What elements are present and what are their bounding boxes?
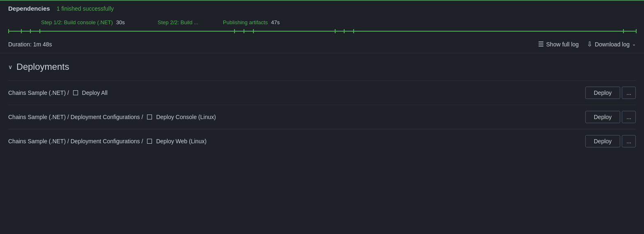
deploy-button-3[interactable]: Deploy <box>585 135 621 147</box>
deploy-button-1[interactable]: Deploy <box>585 87 621 99</box>
deployment-actions-3: Deploy ... <box>585 135 636 147</box>
step-1-time: 30s <box>116 19 125 25</box>
deployment-name-3: Deploy Web (Linux) <box>154 138 207 145</box>
deployment-row-3: Chains Sample (.NET) / Deployment Config… <box>8 129 636 153</box>
tick-5 <box>244 29 244 33</box>
more-button-3[interactable]: ... <box>622 135 636 147</box>
publishing-label: Publishing artifacts 47s <box>223 19 280 25</box>
deployment-label-3: Chains Sample (.NET) / Deployment Config… <box>8 138 207 145</box>
step-2-label: Step 2/2: Build ... <box>158 19 198 25</box>
deployment-actions-2: Deploy ... <box>585 111 636 123</box>
timeline-bar <box>8 27 636 35</box>
tick-4 <box>234 29 235 33</box>
download-chevron-icon: ⌄ <box>632 41 636 47</box>
download-icon: ⇩ <box>587 40 592 48</box>
download-log-label: Download log <box>595 41 630 48</box>
duration-text: Duration: 1m 48s <box>8 41 52 48</box>
timeline-line <box>8 31 636 32</box>
tick-1 <box>21 29 22 33</box>
tick-7 <box>335 29 336 33</box>
dependencies-title: Dependencies <box>8 5 50 12</box>
deployment-row-2: Chains Sample (.NET) / Deployment Config… <box>8 105 636 129</box>
deployment-path-1: Chains Sample (.NET) / <box>8 89 71 96</box>
more-button-1[interactable]: ... <box>622 87 636 99</box>
log-actions: ☰ Show full log ⇩ Download log ⌄ <box>538 40 636 48</box>
deployments-section: ∨ Deployments Chains Sample (.NET) / Dep… <box>0 53 644 153</box>
deployment-square-icon-2 <box>147 115 152 119</box>
duration-row: Duration: 1m 48s ☰ Show full log ⇩ Downl… <box>8 37 636 53</box>
tick-10 <box>623 29 624 33</box>
tick-8 <box>344 29 345 33</box>
deployment-square-icon-3 <box>147 139 152 144</box>
dependencies-section: Dependencies 1 finished successfully Ste… <box>0 1 644 53</box>
deployment-name-2: Deploy Console (Linux) <box>154 114 216 120</box>
deploy-button-2[interactable]: Deploy <box>585 111 621 123</box>
tick-11 <box>636 29 637 33</box>
deployments-header: ∨ Deployments <box>8 62 636 72</box>
step-2-name: Step 2/2: Build ... <box>158 19 198 25</box>
dependencies-header: Dependencies 1 finished successfully <box>8 5 636 12</box>
deployment-label-2: Chains Sample (.NET) / Deployment Config… <box>8 114 216 120</box>
more-button-2[interactable]: ... <box>622 111 636 123</box>
deployment-path-2: Chains Sample (.NET) / Deployment Config… <box>8 114 145 120</box>
tick-3 <box>39 29 40 33</box>
show-full-log-label: Show full log <box>546 41 579 48</box>
dependencies-status: 1 finished successfully <box>57 5 114 12</box>
deployment-label-1: Chains Sample (.NET) / Deploy All <box>8 89 108 96</box>
deployment-row-1: Chains Sample (.NET) / Deploy All Deploy… <box>8 80 636 105</box>
show-full-log-button[interactable]: ☰ Show full log <box>538 40 579 48</box>
deployment-name-1: Deploy All <box>80 89 108 96</box>
deployment-actions-1: Deploy ... <box>585 87 636 99</box>
deployment-square-icon-1 <box>73 90 78 95</box>
timeline-labels-area: Step 1/2: Build console (.NET) 30s Step … <box>8 19 636 25</box>
tick-6 <box>253 29 254 33</box>
publishing-time: 47s <box>271 19 280 25</box>
document-icon: ☰ <box>538 40 544 48</box>
download-log-button[interactable]: ⇩ Download log ⌄ <box>587 40 636 48</box>
step-1-label: Step 1/2: Build console (.NET) 30s <box>41 19 125 25</box>
deployment-path-3: Chains Sample (.NET) / Deployment Config… <box>8 138 145 145</box>
step-1-name: Step 1/2: Build console (.NET) <box>41 19 113 25</box>
deployments-title: Deployments <box>16 62 69 72</box>
tick-2 <box>30 29 31 33</box>
publishing-name: Publishing artifacts <box>223 19 268 25</box>
tick-9 <box>353 29 354 33</box>
tick-0 <box>8 29 9 33</box>
deployments-chevron-icon: ∨ <box>8 64 12 70</box>
